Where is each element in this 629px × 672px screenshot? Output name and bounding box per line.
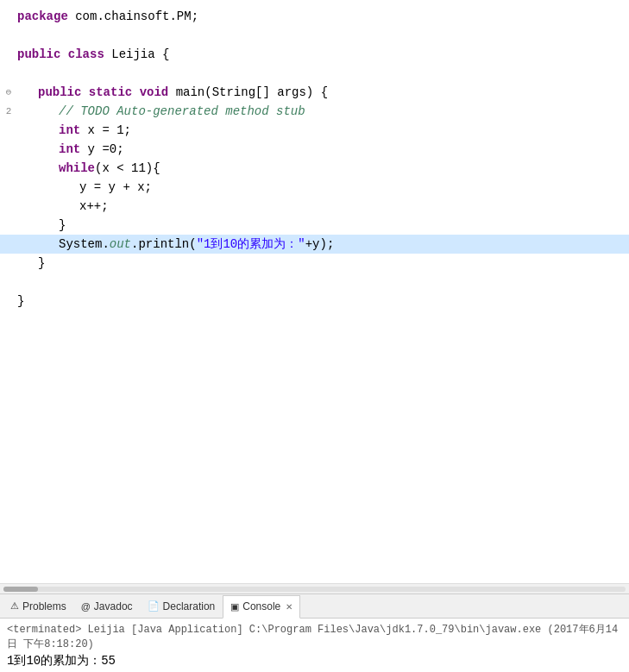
code-token: y =0; — [88, 140, 124, 159]
code-token: com.chainsoft.PM; — [75, 7, 198, 26]
code-line: System.out.println("1到10的累加为："+y); — [0, 235, 629, 254]
problems-tab-icon: ⚠ — [10, 600, 19, 612]
code-line — [0, 64, 629, 83]
code-line — [0, 26, 629, 45]
javadoc-tab-icon: @ — [81, 601, 91, 612]
code-editor: package com.chainsoft.PM;public class Le… — [0, 0, 629, 583]
code-token: int — [59, 140, 88, 159]
console-tab-label: Console — [242, 600, 280, 612]
code-line: ⊖public static void main(String[] args) … — [0, 83, 629, 102]
javadoc-tab-label: Javadoc — [94, 600, 133, 612]
code-token: (x < 11){ — [95, 159, 160, 178]
code-line: int y =0; — [0, 140, 629, 159]
code-token: x = 1; — [88, 121, 131, 140]
code-token: x++; — [79, 197, 109, 216]
code-token: "1到10的累加为：" — [197, 235, 305, 254]
code-token: System. — [59, 235, 110, 254]
code-token: +y); — [305, 235, 335, 254]
code-token: int — [59, 121, 88, 140]
code-token: main(String[] args) { — [176, 83, 328, 102]
console-output: 1到10的累加为：55 — [7, 653, 622, 669]
code-line: 2// TODO Auto-generated method stub — [0, 102, 629, 121]
code-token: y = y + x; — [79, 178, 152, 197]
code-token: Leijia { — [111, 45, 169, 64]
code-line: } — [0, 254, 629, 273]
code-line — [0, 273, 629, 292]
code-line: } — [0, 292, 629, 311]
code-token: } — [38, 254, 45, 273]
code-token: } — [59, 216, 66, 235]
code-token: void — [140, 83, 176, 102]
declaration-tab-label: Declaration — [163, 600, 216, 612]
code-line: y = y + x; — [0, 178, 629, 197]
code-token: public — [38, 83, 89, 102]
code-line: x++; — [0, 197, 629, 216]
console-tab-icon: ▣ — [230, 601, 239, 612]
code-line: } — [0, 216, 629, 235]
console-content: <terminated> Leijia [Java Application] C… — [0, 619, 629, 672]
console-status: <terminated> Leijia [Java Application] C… — [7, 622, 622, 651]
code-token: package — [17, 7, 75, 26]
tab-javadoc[interactable]: @Javadoc — [74, 594, 141, 618]
tab-problems[interactable]: ⚠Problems — [3, 594, 74, 618]
tab-bar: ⚠Problems@Javadoc📄Declaration▣Console✕ — [0, 594, 629, 619]
code-line: public class Leijia { — [0, 45, 629, 64]
declaration-tab-icon: 📄 — [148, 600, 160, 612]
code-token: static — [89, 83, 140, 102]
code-token: .println( — [131, 235, 197, 254]
tab-console[interactable]: ▣Console✕ — [223, 595, 300, 619]
code-line: package com.chainsoft.PM; — [0, 7, 629, 26]
code-token: out — [110, 235, 131, 254]
console-tab-close-icon[interactable]: ✕ — [286, 602, 292, 612]
code-token: } — [17, 292, 24, 311]
tab-declaration[interactable]: 📄Declaration — [141, 594, 223, 618]
problems-tab-label: Problems — [22, 600, 66, 612]
code-token: public — [17, 45, 68, 64]
code-line: while(x < 11){ — [0, 159, 629, 178]
horizontal-scrollbar[interactable] — [0, 583, 629, 593]
code-token: while — [59, 159, 95, 178]
code-token: class — [68, 45, 111, 64]
code-token: // TODO Auto-generated method stub — [59, 102, 305, 121]
bottom-panel: ⚠Problems@Javadoc📄Declaration▣Console✕ <… — [0, 593, 629, 672]
code-line: int x = 1; — [0, 121, 629, 140]
